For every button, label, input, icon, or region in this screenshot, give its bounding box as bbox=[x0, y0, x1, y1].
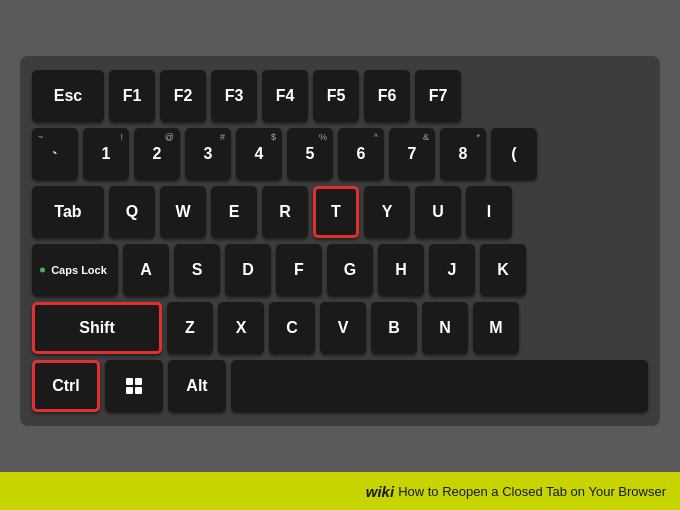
key-z[interactable]: Z bbox=[167, 302, 213, 354]
key-5[interactable]: % 5 bbox=[287, 128, 333, 180]
key-6[interactable]: ^ 6 bbox=[338, 128, 384, 180]
key-i[interactable]: I bbox=[466, 186, 512, 238]
key-3[interactable]: # 3 bbox=[185, 128, 231, 180]
key-tab[interactable]: Tab bbox=[32, 186, 104, 238]
function-row: Esc F1 F2 F3 F4 F5 F6 F7 bbox=[32, 70, 648, 122]
key-k[interactable]: K bbox=[480, 244, 526, 296]
key-c[interactable]: C bbox=[269, 302, 315, 354]
caps-lock-indicator bbox=[40, 268, 45, 273]
key-h[interactable]: H bbox=[378, 244, 424, 296]
key-f4[interactable]: F4 bbox=[262, 70, 308, 122]
key-8[interactable]: * 8 bbox=[440, 128, 486, 180]
key-y[interactable]: Y bbox=[364, 186, 410, 238]
key-s[interactable]: S bbox=[174, 244, 220, 296]
key-1[interactable]: ! 1 bbox=[83, 128, 129, 180]
key-esc[interactable]: Esc bbox=[32, 70, 104, 122]
key-alt[interactable]: Alt bbox=[168, 360, 226, 412]
key-f1[interactable]: F1 bbox=[109, 70, 155, 122]
key-f5[interactable]: F5 bbox=[313, 70, 359, 122]
qwerty-row: Tab Q W E R T Y U I bbox=[32, 186, 648, 238]
key-r[interactable]: R bbox=[262, 186, 308, 238]
key-b[interactable]: B bbox=[371, 302, 417, 354]
key-space[interactable] bbox=[231, 360, 648, 412]
key-e[interactable]: E bbox=[211, 186, 257, 238]
key-m[interactable]: M bbox=[473, 302, 519, 354]
key-f6[interactable]: F6 bbox=[364, 70, 410, 122]
key-q[interactable]: Q bbox=[109, 186, 155, 238]
key-a[interactable]: A bbox=[123, 244, 169, 296]
key-2[interactable]: @ 2 bbox=[134, 128, 180, 180]
key-openparen[interactable]: ( bbox=[491, 128, 537, 180]
key-w[interactable]: W bbox=[160, 186, 206, 238]
key-x[interactable]: X bbox=[218, 302, 264, 354]
key-t[interactable]: T bbox=[313, 186, 359, 238]
asdf-row: Caps Lock A S D F G H J K bbox=[32, 244, 648, 296]
keyboard-area: Esc F1 F2 F3 F4 F5 F6 F7 ~ ` ! 1 bbox=[0, 0, 680, 472]
key-f3[interactable]: F3 bbox=[211, 70, 257, 122]
key-u[interactable]: U bbox=[415, 186, 461, 238]
key-d[interactable]: D bbox=[225, 244, 271, 296]
number-row: ~ ` ! 1 @ 2 # 3 $ 4 bbox=[32, 128, 648, 180]
wiki-logo: wiki bbox=[366, 483, 394, 500]
key-f2[interactable]: F2 bbox=[160, 70, 206, 122]
zxcv-row: Shift Z X C V B N M bbox=[32, 302, 648, 354]
key-tilde[interactable]: ~ ` bbox=[32, 128, 78, 180]
key-j[interactable]: J bbox=[429, 244, 475, 296]
key-win[interactable] bbox=[105, 360, 163, 412]
bottom-row: Ctrl Alt bbox=[32, 360, 648, 412]
key-4[interactable]: $ 4 bbox=[236, 128, 282, 180]
key-f7[interactable]: F7 bbox=[415, 70, 461, 122]
footer-bar: wiki How to Reopen a Closed Tab on Your … bbox=[0, 472, 680, 510]
key-shift[interactable]: Shift bbox=[32, 302, 162, 354]
key-capslock[interactable]: Caps Lock bbox=[32, 244, 118, 296]
key-v[interactable]: V bbox=[320, 302, 366, 354]
keyboard: Esc F1 F2 F3 F4 F5 F6 F7 ~ ` ! 1 bbox=[20, 56, 660, 426]
key-f[interactable]: F bbox=[276, 244, 322, 296]
key-7[interactable]: & 7 bbox=[389, 128, 435, 180]
key-n[interactable]: N bbox=[422, 302, 468, 354]
footer-how-text: How to Reopen a Closed Tab on Your Brows… bbox=[398, 484, 666, 499]
key-ctrl[interactable]: Ctrl bbox=[32, 360, 100, 412]
windows-icon bbox=[126, 378, 142, 394]
key-g[interactable]: G bbox=[327, 244, 373, 296]
main-container: Esc F1 F2 F3 F4 F5 F6 F7 ~ ` ! 1 bbox=[0, 0, 680, 510]
